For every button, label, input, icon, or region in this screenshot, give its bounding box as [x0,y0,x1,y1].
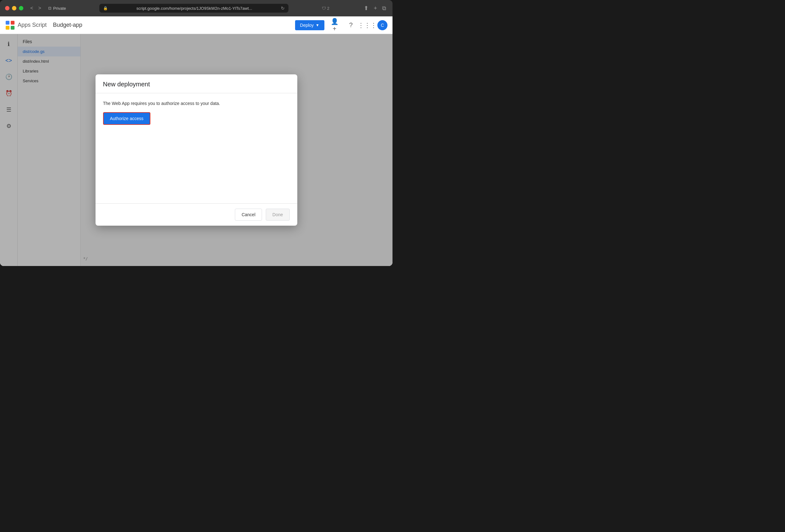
back-button[interactable]: < [28,4,35,12]
shield-icon: 🛡 [322,6,326,11]
add-person-icon: 👤+ [331,18,338,32]
modal-title: New deployment [103,81,150,87]
svg-rect-1 [11,21,15,25]
main-area: ℹ <> 🕐 ⏰ ☰ ⚙ Files dist/code.gs dist/ind… [0,34,392,266]
cancel-button[interactable]: Cancel [235,209,262,221]
tab-label: ⊡ Private [48,6,66,11]
share-button[interactable]: ⬆ [362,3,370,13]
help-icon: ? [349,21,352,29]
modal-header: New deployment [96,74,297,93]
tab-overview-button[interactable]: ⧉ [381,4,387,13]
svg-rect-2 [6,26,9,30]
user-avatar[interactable]: C [377,20,387,30]
traffic-lights [5,6,23,10]
browser-actions: ⬆ + ⧉ [362,3,387,13]
browser-titlebar: < > ⊡ Private 🔒 script.google.com/home/p… [0,0,392,17]
nav-buttons: < > [28,4,43,12]
logo-svg [5,20,15,30]
apps-grid-icon: ⋮⋮⋮ [358,21,377,29]
modal-body: The Web App requires you to authorize ac… [96,93,297,203]
modal-description: The Web App requires you to authorize ac… [103,101,290,106]
modal-footer: Cancel Done [96,203,297,226]
close-traffic-light[interactable] [5,6,9,10]
svg-rect-3 [11,26,15,30]
deploy-button[interactable]: Deploy ▼ [295,20,324,30]
new-tab-button[interactable]: + [372,4,378,13]
minimize-traffic-light[interactable] [12,6,17,10]
lock-icon: 🔒 [103,6,108,10]
url-text: script.google.com/home/projects/1JO9SkW2… [110,6,278,11]
authorize-access-button[interactable]: Authorize access [103,112,151,125]
modal-backdrop: New deployment The Web App requires you … [0,34,392,266]
forward-button[interactable]: > [36,4,43,12]
reload-button[interactable]: ↻ [281,6,285,11]
done-button: Done [266,209,289,221]
app-name-label: Apps Script [18,22,47,28]
shield-count: 2 [327,6,329,11]
help-button[interactable]: ? [345,19,357,31]
svg-rect-0 [6,21,9,25]
app-header: Apps Script Budget-app Deploy ▼ 👤+ ? ⋮⋮⋮… [0,17,392,34]
deploy-arrow-icon: ▼ [315,23,319,27]
add-collaborator-button[interactable]: 👤+ [328,19,341,31]
apps-script-logo: Apps Script [5,20,47,30]
project-name-label: Budget-app [53,22,82,28]
modal-dialog: New deployment The Web App requires you … [96,74,297,226]
browser-window: < > ⊡ Private 🔒 script.google.com/home/p… [0,0,392,266]
app-content: Apps Script Budget-app Deploy ▼ 👤+ ? ⋮⋮⋮… [0,17,392,266]
tab-icon: ⊡ [48,6,51,10]
shield-badge: 🛡 2 [322,6,329,11]
apps-grid-button[interactable]: ⋮⋮⋮ [361,19,374,31]
maximize-traffic-light[interactable] [19,6,23,10]
address-bar[interactable]: 🔒 script.google.com/home/projects/1JO9Sk… [99,4,288,12]
